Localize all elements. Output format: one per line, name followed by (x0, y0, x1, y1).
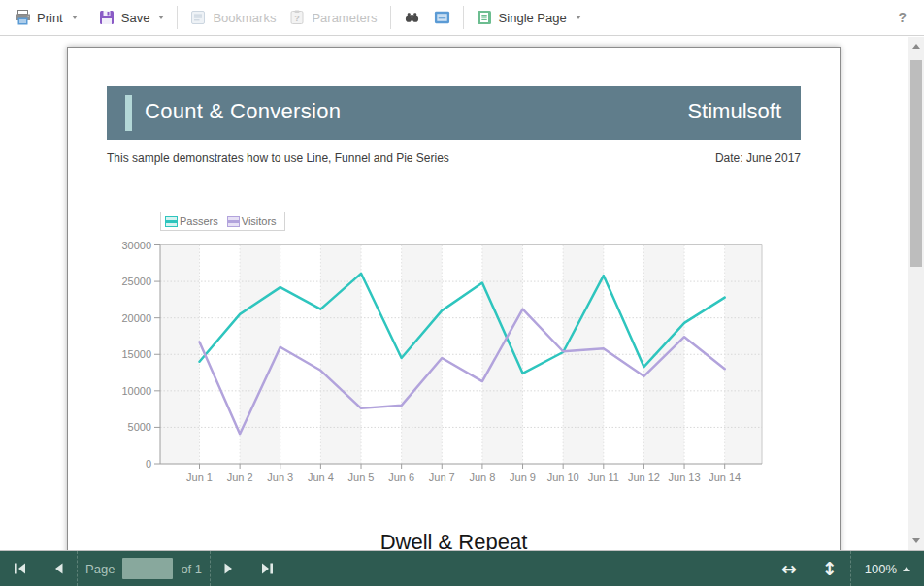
svg-text:Jun 1: Jun 1 (186, 472, 213, 483)
scroll-down-button[interactable] (908, 534, 924, 548)
svg-text:30000: 30000 (121, 242, 151, 251)
scrollbar-thumb[interactable] (910, 60, 922, 267)
legend-series-label: Visitors (242, 215, 277, 227)
fit-page-width-button[interactable]: ↔ (769, 551, 809, 586)
report-area: Count & Conversion Stimulsoft This sampl… (0, 37, 908, 550)
legend-series-marker-icon (165, 216, 178, 227)
page-total-label: of 1 (181, 562, 202, 576)
report-subtitle: This sample demonstrates how to use Line… (107, 151, 449, 165)
svg-text:Jun 6: Jun 6 (388, 472, 414, 483)
fit-page-height-button[interactable]: ↕ (809, 551, 850, 586)
brand-name: Stimulsoft (687, 99, 781, 124)
last-page-icon (260, 562, 275, 575)
vertical-scrollbar[interactable] (908, 37, 924, 550)
toolbar-separator (390, 6, 391, 29)
toolbar: Print Save (0, 0, 924, 36)
zoom-caret-icon (903, 567, 910, 571)
print-button[interactable]: Print (8, 6, 84, 29)
previous-page-icon (52, 562, 64, 575)
bookmarks-button[interactable]: Bookmarks (183, 6, 282, 29)
svg-text:Jun 8: Jun 8 (469, 472, 495, 483)
fit-width-icon: ↔ (781, 560, 797, 578)
scroll-up-arrow-icon (912, 44, 920, 49)
first-page-button[interactable] (0, 551, 40, 586)
print-label: Print (37, 11, 63, 25)
scroll-down-arrow-icon (912, 538, 920, 543)
single-page-icon (477, 10, 493, 25)
report-date: Date: June 2017 (715, 151, 801, 165)
report-header-band: Count & Conversion Stimulsoft (107, 86, 801, 140)
parameters-button[interactable]: ? Parameters (282, 6, 383, 29)
svg-text:Jun 4: Jun 4 (308, 472, 334, 483)
svg-text:20000: 20000 (121, 312, 151, 324)
save-floppy-icon (99, 10, 116, 25)
report-subheader: This sample demonstrates how to use Line… (107, 151, 801, 165)
svg-text:Jun 11: Jun 11 (588, 472, 619, 483)
chart-canvas: 050001000015000200002500030000Jun 1Jun 2… (92, 242, 772, 494)
zoom-value: 100% (865, 562, 897, 576)
fit-height-icon: ↕ (822, 560, 838, 578)
page-label: Page (85, 562, 115, 576)
next-page-button[interactable] (211, 551, 248, 586)
binoculars-icon (404, 10, 420, 25)
report-page: Count & Conversion Stimulsoft This sampl… (67, 47, 841, 550)
previous-page-button[interactable] (40, 551, 77, 586)
svg-text:15000: 15000 (121, 348, 151, 360)
svg-text:Jun 9: Jun 9 (510, 472, 536, 483)
toolbar-separator (177, 6, 178, 29)
svg-text:?: ? (295, 14, 301, 23)
svg-text:Jun 10: Jun 10 (547, 472, 579, 483)
report-viewer-window: Print Save (0, 0, 924, 586)
chart-legend: PassersVisitors (160, 212, 285, 231)
print-dropdown-caret-icon[interactable] (72, 16, 78, 19)
report-title: Count & Conversion (145, 99, 341, 124)
svg-text:25000: 25000 (121, 276, 151, 287)
first-page-icon (13, 562, 27, 575)
svg-text:5000: 5000 (128, 421, 151, 433)
legend-series-marker-icon (227, 216, 240, 227)
navbar-separator (77, 551, 78, 586)
navbar-right-group: ↔ ↕ 100% (769, 551, 924, 586)
full-screen-monitor-icon (434, 10, 450, 25)
view-mode-button[interactable]: Single Page (470, 6, 588, 29)
printer-icon (15, 10, 31, 25)
next-page-icon (223, 562, 235, 575)
view-mode-dropdown-caret-icon[interactable] (576, 16, 581, 19)
svg-text:10000: 10000 (121, 385, 151, 397)
save-dropdown-caret-icon[interactable] (158, 16, 164, 19)
zoom-control[interactable]: 100% (851, 562, 924, 576)
next-section-title: Dwell & Repeat (68, 530, 840, 550)
svg-text:Jun 5: Jun 5 (348, 472, 375, 483)
svg-text:Jun 14: Jun 14 (709, 472, 741, 483)
svg-text:Jun 2: Jun 2 (227, 472, 253, 483)
last-page-button[interactable] (248, 551, 287, 586)
svg-text:0: 0 (146, 458, 151, 470)
full-screen-button[interactable] (427, 6, 457, 29)
status-navigation-bar: Page of 1 ↔ ↕ 100% (0, 550, 924, 586)
parameters-label: Parameters (312, 11, 377, 25)
save-label: Save (121, 11, 150, 25)
header-accent-bar (125, 95, 132, 131)
svg-text:Jun 13: Jun 13 (669, 472, 701, 483)
svg-text:Jun 7: Jun 7 (429, 472, 455, 483)
view-mode-label: Single Page (499, 11, 567, 25)
bookmarks-label: Bookmarks (213, 11, 276, 25)
help-button[interactable]: ? (888, 10, 916, 25)
legend-item: Passers (165, 215, 218, 227)
line-chart: 050001000015000200002500030000Jun 1Jun 2… (92, 242, 772, 494)
parameters-icon: ? (289, 10, 306, 25)
toolbar-separator (463, 6, 464, 29)
find-button[interactable] (397, 6, 427, 29)
svg-text:Jun 3: Jun 3 (267, 472, 293, 483)
svg-text:Jun 12: Jun 12 (628, 472, 660, 483)
bookmarks-icon (190, 10, 207, 25)
scroll-up-button[interactable] (908, 39, 924, 53)
legend-item: Visitors (227, 215, 277, 227)
save-button[interactable]: Save (92, 6, 172, 29)
page-number-input[interactable] (122, 558, 173, 579)
legend-series-label: Passers (180, 215, 218, 227)
